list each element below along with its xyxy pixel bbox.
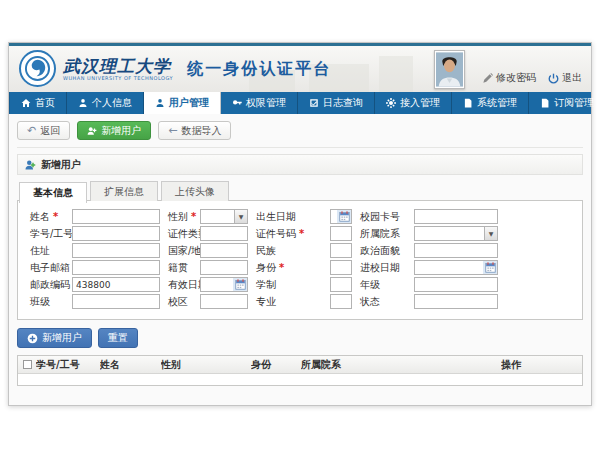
user-avatar[interactable] [434, 50, 465, 89]
field-input-wrap: ▼ [414, 226, 498, 241]
calendar-icon[interactable] [337, 210, 351, 223]
basic-info-panel: 姓名*性别*▼出生日期校园卡号学号/工号*证件类型*证件号码*所属院系▼住址国家… [17, 201, 583, 320]
nav-tab-label: 订阅管理 [554, 96, 594, 110]
change-password-label: 修改密码 [496, 71, 536, 85]
logout-label: 退出 [562, 71, 582, 85]
gear-icon [386, 98, 396, 108]
field-text-input[interactable] [414, 243, 498, 258]
field-text-input[interactable] [330, 277, 352, 292]
field-label: 证件号码* [248, 227, 330, 241]
back-button-label: 返回 [40, 124, 60, 138]
field-text-input[interactable] [414, 294, 498, 309]
field-text-input[interactable] [200, 243, 248, 258]
nav-tabs: 首页个人信息用户管理权限管理日志查询接入管理系统管理订阅管理 [9, 92, 591, 114]
field-text-input[interactable] [330, 226, 352, 241]
nav-tab-1[interactable]: 个人信息 [67, 92, 144, 114]
field-label: 姓名* [22, 210, 72, 224]
table-column-header-5: 操作 [501, 358, 582, 372]
logout-link[interactable]: 退出 [548, 71, 582, 85]
field-label: 出生日期 [248, 210, 330, 224]
field-label: 身份* [248, 261, 330, 275]
reset-button[interactable]: 重置 [98, 328, 138, 348]
select-all-checkbox[interactable] [23, 360, 32, 369]
chevron-down-icon[interactable]: ▼ [234, 210, 247, 223]
field-label: 班级 [22, 295, 72, 309]
data-import-label: 数据导入 [181, 124, 221, 138]
nav-tab-3[interactable]: 权限管理 [221, 92, 298, 114]
field-label: 籍贯 [160, 261, 200, 275]
field-text-input[interactable] [200, 260, 248, 275]
field-label: 性别* [160, 210, 200, 224]
field-text-input[interactable] [330, 260, 352, 275]
brand: 武汉理工大学 WUHAN UNIVERSITY OF TECHNOLOGY 统一… [19, 50, 331, 87]
back-button[interactable]: ↶ 返回 [17, 121, 70, 140]
nav-tab-label: 接入管理 [400, 96, 440, 110]
field-text-input[interactable] [330, 243, 352, 258]
building-watermark [379, 56, 413, 92]
calendar-icon[interactable] [483, 261, 497, 274]
table-header-row: 学号/工号姓名性别身份所属院系操作 [18, 356, 582, 374]
table-column-header-1: 姓名 [100, 358, 161, 372]
field-input-wrap [330, 277, 352, 292]
field-input-wrap [330, 226, 352, 241]
header: 武汉理工大学 WUHAN UNIVERSITY OF TECHNOLOGY 统一… [9, 46, 591, 92]
field-text-input[interactable] [200, 294, 248, 309]
field-input-wrap [330, 294, 352, 309]
field-text-input[interactable] [414, 209, 498, 224]
table-column-header-0: 学号/工号 [36, 358, 100, 372]
nav-tab-label: 系统管理 [477, 96, 517, 110]
field-label: 所属院系 [352, 227, 414, 241]
field-input-wrap [414, 260, 498, 275]
field-input-wrap [414, 209, 498, 224]
field-label: 政治面貌 [352, 244, 414, 258]
table-empty-body [18, 374, 582, 385]
field-text-input[interactable] [72, 294, 160, 309]
user-form: 姓名*性别*▼出生日期校园卡号学号/工号*证件类型*证件号码*所属院系▼住址国家… [22, 208, 578, 310]
field-text-input[interactable] [414, 277, 498, 292]
form-tab-2[interactable]: 上传头像 [161, 181, 229, 201]
change-password-link[interactable]: 修改密码 [482, 71, 536, 85]
field-input-wrap [72, 226, 160, 241]
field-input-wrap [414, 243, 498, 258]
nav-tab-5[interactable]: 接入管理 [375, 92, 452, 114]
add-user-toolbar-button[interactable]: 新增用户 [77, 121, 151, 140]
log-icon [309, 98, 319, 108]
field-text-input[interactable] [330, 294, 352, 309]
field-input-wrap [200, 277, 248, 292]
field-text-input[interactable] [72, 277, 160, 292]
form-actions: 新增用户 重置 [17, 328, 583, 348]
nav-tab-6[interactable]: 系统管理 [452, 92, 529, 114]
table-column-header-4: 所属院系 [301, 358, 501, 372]
calendar-icon[interactable] [233, 278, 247, 291]
submit-add-user-button[interactable]: 新增用户 [17, 328, 92, 348]
nav-tab-4[interactable]: 日志查询 [298, 92, 375, 114]
field-input-wrap [200, 226, 248, 241]
nav-tab-0[interactable]: 首页 [9, 92, 67, 114]
power-icon [548, 73, 559, 84]
field-input-wrap [414, 294, 498, 309]
nav-tab-7[interactable]: 订阅管理 [529, 92, 600, 114]
form-tab-0[interactable]: 基本信息 [19, 182, 87, 203]
required-asterisk: * [279, 262, 284, 273]
field-input-wrap [72, 243, 160, 258]
field-input-wrap [330, 243, 352, 258]
field-text-input[interactable] [72, 226, 160, 241]
field-label: 学制 [248, 278, 330, 292]
field-input-wrap: ▼ [200, 209, 248, 224]
field-text-input[interactable] [200, 226, 248, 241]
field-label: 民族 [248, 244, 330, 258]
form-tab-1[interactable]: 扩展信息 [90, 181, 158, 201]
chevron-down-icon[interactable]: ▼ [484, 227, 497, 240]
field-text-input[interactable] [72, 243, 160, 258]
table-column-header-3: 身份 [251, 358, 301, 372]
field-label: 住址 [22, 244, 72, 258]
nav-tab-2[interactable]: 用户管理 [144, 92, 221, 114]
data-import-button[interactable]: ← 数据导入 [158, 121, 231, 140]
home-icon [21, 98, 31, 108]
field-text-input[interactable] [72, 209, 160, 224]
file-icon [540, 98, 550, 108]
field-label: 证件类型* [160, 227, 200, 241]
field-text-input[interactable] [72, 260, 160, 275]
reset-label: 重置 [108, 331, 128, 345]
required-asterisk: * [299, 228, 304, 239]
